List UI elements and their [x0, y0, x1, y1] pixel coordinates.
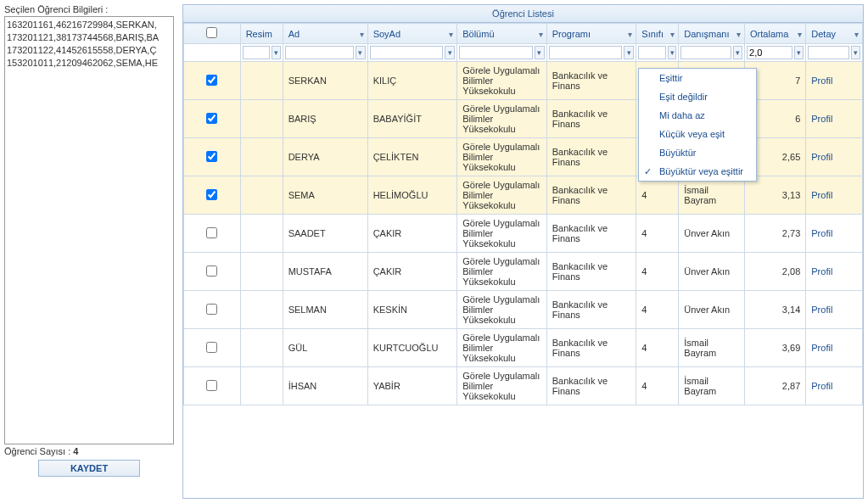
list-item[interactable]: 173201122,41452615558,DERYA,Ç	[7, 44, 171, 57]
table-row: SEMAHELİMOĞLUGörele Uygulamalı Bilimler …	[184, 176, 863, 215]
row-checkbox[interactable]	[206, 113, 217, 124]
cell-ad: SEMA	[283, 176, 367, 215]
filter-soyad[interactable]	[370, 46, 443, 59]
student-count-line: Öğrenci Sayısı : 4	[4, 446, 174, 456]
funnel-icon[interactable]: ▾	[736, 29, 741, 38]
list-item[interactable]: 173201121,38173744568,BARIŞ,BA	[7, 31, 171, 44]
cell-ortalama: 3,14	[745, 291, 806, 329]
cell-detay: Profil	[806, 62, 863, 100]
cell-resim	[240, 367, 283, 405]
row-checkbox[interactable]	[206, 151, 217, 162]
cell-program: Bankacılık ve Finans	[546, 253, 636, 291]
list-item[interactable]: 153201011,21209462062,SEMA,HE	[7, 57, 171, 70]
table-row: DERYAÇELİKTENGörele Uygulamalı Bilimler …	[184, 138, 863, 176]
profil-link[interactable]: Profil	[811, 75, 832, 86]
row-checkbox[interactable]	[206, 342, 217, 353]
cell-ortalama: 3,13	[745, 176, 806, 215]
cell-soyad: KESKİN	[367, 291, 457, 329]
filter-btn-icon[interactable]: ▾	[535, 46, 545, 59]
filter-btn-icon[interactable]: ▾	[445, 46, 455, 59]
menu-item[interactable]: Mi daha az	[639, 106, 756, 125]
cell-danisman: İsmail Bayram	[679, 329, 745, 367]
row-checkbox[interactable]	[206, 304, 217, 315]
funnel-icon[interactable]: ▾	[449, 29, 453, 38]
cell-resim	[240, 329, 283, 367]
funnel-icon[interactable]: ▾	[539, 29, 543, 38]
cell-soyad: BABAYİĞİT	[367, 100, 457, 138]
funnel-icon[interactable]: ▾	[628, 29, 632, 38]
profil-link[interactable]: Profil	[811, 114, 832, 124]
menu-item[interactable]: Küçük veya eşit	[639, 125, 756, 143]
funnel-icon[interactable]: ▾	[798, 29, 802, 38]
cell-soyad: KILIÇ	[367, 62, 457, 100]
selected-students-list[interactable]: 163201161,46216729984,SERKAN,173201121,3…	[4, 16, 174, 444]
row-checkbox[interactable]	[206, 227, 217, 238]
col-danisman[interactable]: Danışmanı▾	[679, 24, 745, 44]
menu-item[interactable]: Eşit değildir	[639, 87, 756, 106]
filter-btn-icon[interactable]: ▾	[624, 46, 634, 59]
cell-sinif: 4	[636, 367, 679, 405]
menu-item[interactable]: Eşittir	[639, 69, 756, 87]
menu-item[interactable]: Büyüktür veya eşittir	[639, 162, 756, 181]
filter-btn-icon[interactable]: ▾	[733, 46, 743, 59]
filter-sinif[interactable]	[638, 46, 666, 59]
profil-link[interactable]: Profil	[811, 266, 832, 277]
save-button[interactable]: KAYDET	[38, 460, 140, 477]
col-ad[interactable]: Ad▾	[283, 24, 367, 44]
cell-soyad: ÇAKIR	[367, 215, 457, 253]
col-program[interactable]: Programı▾	[546, 24, 636, 44]
col-bolum[interactable]: Bölümü▾	[457, 24, 547, 44]
list-item[interactable]: 163201161,46216729984,SERKAN,	[7, 19, 171, 31]
cell-resim	[240, 215, 283, 253]
filter-danisman[interactable]	[680, 46, 731, 59]
cell-resim	[240, 253, 283, 291]
funnel-icon[interactable]: ▾	[360, 29, 364, 38]
filter-resim[interactable]	[243, 46, 271, 59]
filter-detay[interactable]	[808, 46, 849, 59]
row-checkbox[interactable]	[206, 189, 217, 200]
cell-sinif: 4	[636, 329, 679, 367]
col-resim[interactable]: Resim	[240, 24, 283, 44]
menu-item[interactable]: Büyüktür	[639, 143, 756, 162]
profil-link[interactable]: Profil	[811, 381, 832, 391]
filter-btn-icon[interactable]: ▾	[794, 46, 804, 59]
selected-students-title: Seçilen Öğrenci Bilgileri :	[4, 4, 174, 14]
cell-program: Bankacılık ve Finans	[546, 291, 636, 329]
col-detay[interactable]: Detay▾	[806, 24, 863, 44]
filter-btn-icon[interactable]: ▾	[356, 46, 366, 59]
row-checkbox[interactable]	[206, 75, 217, 86]
filter-btn-icon[interactable]: ▾	[851, 46, 860, 59]
cell-program: Bankacılık ve Finans	[546, 138, 636, 176]
row-checkbox[interactable]	[206, 380, 217, 391]
row-checkbox[interactable]	[206, 265, 217, 277]
table-row: MUSTAFAÇAKIRGörele Uygulamalı Bilimler Y…	[184, 253, 863, 291]
filter-bolum[interactable]	[459, 46, 532, 59]
funnel-icon[interactable]: ▾	[670, 29, 675, 38]
cell-danisman: İsmail Bayram	[679, 367, 745, 405]
cell-soyad: HELİMOĞLU	[367, 176, 457, 215]
filter-operator-menu[interactable]: EşittirEşit değildirMi daha azKüçük veya…	[638, 68, 757, 182]
table-row: İHSANYABİRGörele Uygulamalı Bilimler Yük…	[184, 367, 863, 405]
select-all-checkbox[interactable]	[206, 27, 217, 38]
filter-ortalama[interactable]	[747, 46, 792, 59]
filter-btn-icon[interactable]: ▾	[272, 46, 280, 59]
cell-ortalama: 2,87	[745, 367, 806, 405]
funnel-icon[interactable]: ▾	[854, 29, 859, 38]
col-sinif[interactable]: Sınıfı▾	[636, 24, 679, 44]
filter-program[interactable]	[549, 46, 622, 59]
profil-link[interactable]: Profil	[811, 152, 832, 162]
cell-resim	[240, 176, 283, 215]
profil-link[interactable]: Profil	[811, 190, 832, 200]
cell-sinif: 4	[636, 291, 679, 329]
cell-program: Bankacılık ve Finans	[546, 215, 636, 253]
col-soyad[interactable]: SoyAd▾	[367, 24, 457, 44]
profil-link[interactable]: Profil	[811, 228, 832, 238]
cell-program: Bankacılık ve Finans	[546, 176, 636, 215]
profil-link[interactable]: Profil	[811, 305, 832, 315]
cell-danisman: Ünver Akın	[679, 215, 745, 253]
col-ortalama[interactable]: Ortalama▾	[745, 24, 806, 44]
cell-bolum: Görele Uygulamalı Bilimler Yüksekokulu	[457, 329, 547, 367]
profil-link[interactable]: Profil	[811, 343, 832, 353]
filter-ad[interactable]	[285, 46, 354, 59]
filter-btn-icon[interactable]: ▾	[668, 46, 676, 59]
